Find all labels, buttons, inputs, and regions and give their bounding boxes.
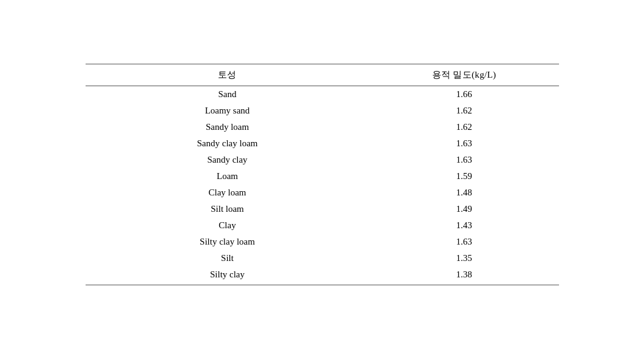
cell-soil: Sandy loam bbox=[86, 119, 370, 135]
cell-density: 1.38 bbox=[370, 266, 559, 285]
cell-soil: Loamy sand bbox=[86, 103, 370, 119]
table-row: Clay loam1.48 bbox=[86, 185, 559, 201]
cell-density: 1.35 bbox=[370, 250, 559, 266]
cell-soil: Sandy clay loam bbox=[86, 135, 370, 152]
cell-soil: Sand bbox=[86, 86, 370, 103]
soil-density-table: 토성 용적 밀도(kg/L) Sand1.66Loamy sand1.62San… bbox=[86, 64, 559, 285]
cell-density: 1.63 bbox=[370, 135, 559, 152]
cell-soil: Loam bbox=[86, 168, 370, 185]
table-row: Loam1.59 bbox=[86, 168, 559, 185]
table-row: Silty clay loam1.63 bbox=[86, 234, 559, 250]
table-row: Sandy loam1.62 bbox=[86, 119, 559, 135]
cell-soil: Silt loam bbox=[86, 201, 370, 217]
table-row: Silty clay1.38 bbox=[86, 266, 559, 285]
table-row: Loamy sand1.62 bbox=[86, 103, 559, 119]
cell-density: 1.63 bbox=[370, 152, 559, 168]
table-row: Sandy clay loam1.63 bbox=[86, 135, 559, 152]
table-row: Sand1.66 bbox=[86, 86, 559, 103]
header-soil: 토성 bbox=[86, 64, 370, 86]
cell-density: 1.66 bbox=[370, 86, 559, 103]
cell-soil: Silty clay bbox=[86, 266, 370, 285]
cell-density: 1.62 bbox=[370, 103, 559, 119]
cell-density: 1.49 bbox=[370, 201, 559, 217]
table-row: Sandy clay1.63 bbox=[86, 152, 559, 168]
cell-soil: Clay bbox=[86, 217, 370, 234]
cell-soil: Sandy clay bbox=[86, 152, 370, 168]
cell-density: 1.59 bbox=[370, 168, 559, 185]
table-container: 토성 용적 밀도(kg/L) Sand1.66Loamy sand1.62San… bbox=[86, 64, 559, 285]
cell-soil: Silt bbox=[86, 250, 370, 266]
cell-soil: Clay loam bbox=[86, 185, 370, 201]
cell-density: 1.63 bbox=[370, 234, 559, 250]
header-density: 용적 밀도(kg/L) bbox=[370, 64, 559, 86]
table-row: Silt loam1.49 bbox=[86, 201, 559, 217]
cell-density: 1.48 bbox=[370, 185, 559, 201]
cell-density: 1.62 bbox=[370, 119, 559, 135]
table-row: Clay1.43 bbox=[86, 217, 559, 234]
cell-density: 1.43 bbox=[370, 217, 559, 234]
table-header-row: 토성 용적 밀도(kg/L) bbox=[86, 64, 559, 86]
table-row: Silt1.35 bbox=[86, 250, 559, 266]
cell-soil: Silty clay loam bbox=[86, 234, 370, 250]
